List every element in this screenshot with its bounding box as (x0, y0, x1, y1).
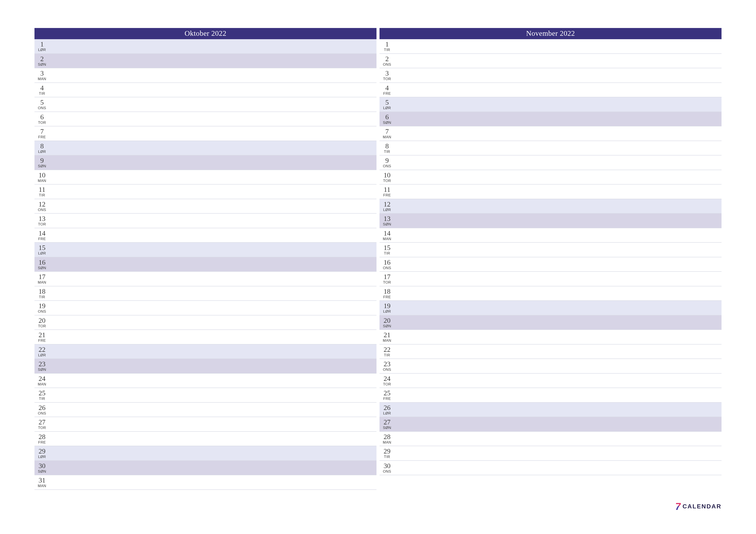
day-note-space (394, 141, 721, 155)
day-weekday: SØN (38, 470, 46, 473)
day-label: 18TIR (35, 286, 50, 301)
day-weekday: MAN (383, 339, 391, 343)
day-label: 21FRE (35, 330, 50, 344)
day-weekday: FRE (383, 193, 391, 197)
day-label: 9SØN (35, 156, 50, 170)
day-label: 5LØR (380, 97, 394, 112)
day-note-space (50, 112, 376, 126)
day-row: 10TOR (380, 170, 721, 185)
day-row: 17MAN (35, 272, 376, 286)
day-row: 8TIR (380, 141, 721, 156)
day-weekday: TIR (384, 455, 390, 459)
day-label: 5ONS (35, 97, 50, 112)
day-label: 7MAN (380, 126, 394, 140)
day-row: 12LØR (380, 199, 721, 214)
day-row: 4FRE (380, 83, 721, 97)
brand-logo: 7 CALENDAR (675, 501, 721, 511)
day-number: 18 (384, 288, 391, 295)
day-note-space (394, 417, 721, 431)
day-row: 13TOR (35, 214, 376, 228)
day-note-space (50, 83, 376, 97)
day-weekday: LØR (383, 412, 391, 415)
day-weekday: TIR (384, 353, 390, 357)
day-number: 14 (39, 230, 45, 237)
day-row: 22LØR (35, 344, 376, 359)
day-row: 9SØN (35, 156, 376, 170)
day-row: 28FRE (35, 432, 376, 446)
day-number: 24 (384, 375, 391, 382)
day-label: 15LØR (35, 243, 50, 257)
day-weekday: FRE (383, 92, 391, 95)
day-note-space (394, 97, 721, 112)
day-number: 22 (39, 346, 45, 353)
day-note-space (394, 373, 721, 388)
day-label: 29TIR (380, 446, 394, 460)
day-label: 28MAN (380, 432, 394, 446)
day-label: 6TOR (35, 112, 50, 126)
day-label: 30SØN (35, 461, 50, 475)
day-note-space (394, 446, 721, 460)
day-row: 7FRE (35, 126, 376, 141)
day-label: 14MAN (380, 228, 394, 242)
day-weekday: TOR (38, 222, 46, 226)
day-row: 1LØR (35, 39, 376, 54)
day-note-space (394, 228, 721, 242)
day-number: 7 (385, 128, 389, 135)
day-weekday: ONS (383, 368, 391, 371)
day-weekday: SØN (38, 63, 46, 66)
day-note-space (50, 156, 376, 170)
day-row: 19ONS (35, 301, 376, 316)
day-label: 14FRE (35, 228, 50, 242)
day-note-space (50, 388, 376, 402)
day-label: 1LØR (35, 39, 50, 53)
day-number: 17 (384, 273, 391, 280)
day-number: 20 (39, 317, 45, 324)
day-weekday: TIR (39, 397, 45, 400)
day-note-space (50, 330, 376, 344)
day-row: 18FRE (380, 286, 721, 301)
day-row: 22TIR (380, 344, 721, 359)
day-weekday: TOR (383, 179, 391, 183)
day-weekday: MAN (383, 135, 391, 139)
day-row: 21FRE (35, 330, 376, 344)
month-column-october: Oktober 2022 1LØR2SØN3MAN4TIR5ONS6TOR7FR… (35, 28, 376, 490)
day-note-space (394, 185, 721, 199)
day-note-space (394, 199, 721, 214)
day-number: 24 (39, 375, 45, 382)
day-number: 3 (385, 70, 389, 77)
day-note-space (394, 344, 721, 359)
day-row: 30ONS (380, 461, 721, 475)
day-number: 3 (40, 70, 44, 77)
day-number: 5 (385, 99, 389, 106)
day-number: 29 (39, 448, 45, 455)
day-weekday: ONS (38, 208, 46, 212)
day-label: 11FRE (380, 185, 394, 199)
day-weekday: SØN (383, 121, 391, 124)
day-number: 2 (40, 55, 44, 62)
day-label: 8LØR (35, 141, 50, 155)
day-weekday: TOR (383, 281, 391, 284)
day-number: 18 (39, 288, 45, 295)
day-weekday: TIR (384, 251, 390, 255)
day-label: 27SØN (380, 417, 394, 431)
day-number: 6 (385, 114, 389, 120)
day-row: 29LØR (35, 446, 376, 461)
day-number: 30 (384, 462, 391, 469)
day-number: 25 (384, 390, 391, 396)
day-number: 23 (39, 361, 45, 367)
day-number: 6 (40, 114, 44, 120)
day-row: 6SØN (380, 112, 721, 127)
day-note-space (50, 228, 376, 242)
day-note-space (50, 432, 376, 446)
day-note-space (50, 316, 376, 330)
day-note-space (50, 272, 376, 286)
day-note-space (50, 68, 376, 83)
day-note-space (394, 301, 721, 315)
day-weekday: ONS (38, 412, 46, 415)
day-number: 21 (39, 331, 45, 338)
day-label: 23SØN (35, 359, 50, 373)
day-label: 4FRE (380, 83, 394, 97)
day-label: 17MAN (35, 272, 50, 286)
day-weekday: FRE (383, 397, 391, 400)
day-label: 31MAN (35, 475, 50, 490)
